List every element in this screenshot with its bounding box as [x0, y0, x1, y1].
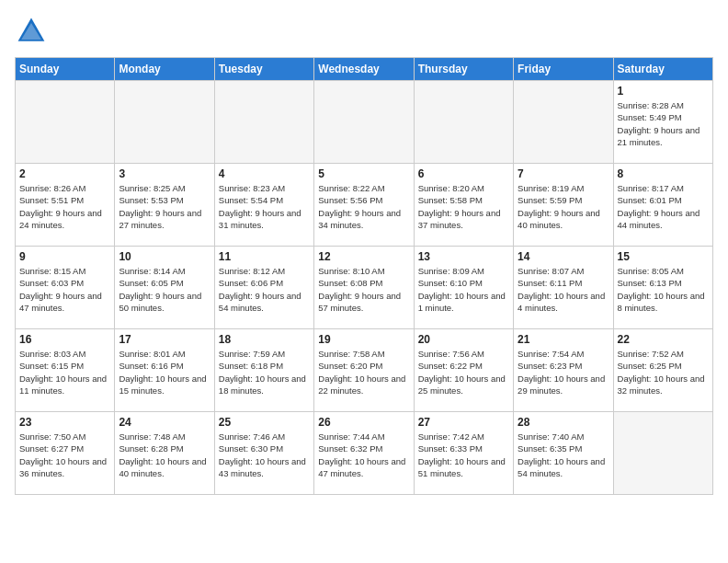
day-number: 25 — [219, 416, 310, 429]
day-info: Sunrise: 8:01 AM Sunset: 6:16 PM Dayligh… — [119, 348, 210, 396]
day-number: 16 — [19, 333, 110, 346]
calendar-cell: 12Sunrise: 8:10 AM Sunset: 6:08 PM Dayli… — [314, 247, 414, 329]
calendar-cell: 15Sunrise: 8:05 AM Sunset: 6:13 PM Dayli… — [613, 247, 712, 329]
day-number: 26 — [318, 416, 409, 429]
calendar-week-4: 23Sunrise: 7:50 AM Sunset: 6:27 PM Dayli… — [16, 412, 713, 495]
day-info: Sunrise: 8:15 AM Sunset: 6:03 PM Dayligh… — [19, 265, 110, 314]
page-header — [15, 15, 713, 48]
day-info: Sunrise: 8:19 AM Sunset: 5:59 PM Dayligh… — [518, 182, 609, 231]
calendar-cell: 27Sunrise: 7:42 AM Sunset: 6:33 PM Dayli… — [414, 412, 513, 495]
day-number: 27 — [418, 416, 509, 429]
day-info: Sunrise: 8:23 AM Sunset: 5:54 PM Dayligh… — [219, 182, 310, 231]
day-info: Sunrise: 7:48 AM Sunset: 6:28 PM Dayligh… — [119, 431, 210, 479]
calendar-cell — [115, 81, 214, 164]
calendar-cell: 10Sunrise: 8:14 AM Sunset: 6:05 PM Dayli… — [115, 247, 214, 329]
calendar-cell: 4Sunrise: 8:23 AM Sunset: 5:54 PM Daylig… — [214, 164, 313, 247]
day-info: Sunrise: 8:10 AM Sunset: 6:08 PM Dayligh… — [318, 265, 409, 314]
day-number: 1 — [618, 85, 709, 98]
day-number: 22 — [618, 333, 709, 346]
day-info: Sunrise: 7:59 AM Sunset: 6:18 PM Dayligh… — [219, 348, 310, 396]
calendar-cell — [613, 412, 712, 495]
day-number: 15 — [618, 250, 709, 263]
day-number: 23 — [19, 416, 110, 429]
weekday-saturday: Saturday — [613, 58, 712, 81]
day-info: Sunrise: 8:26 AM Sunset: 5:51 PM Dayligh… — [19, 182, 110, 231]
day-info: Sunrise: 8:17 AM Sunset: 6:01 PM Dayligh… — [618, 182, 709, 231]
day-number: 21 — [518, 333, 609, 346]
calendar-cell: 28Sunrise: 7:40 AM Sunset: 6:35 PM Dayli… — [514, 412, 613, 495]
calendar-cell: 14Sunrise: 8:07 AM Sunset: 6:11 PM Dayli… — [514, 247, 613, 329]
day-number: 2 — [19, 167, 110, 180]
calendar-cell: 13Sunrise: 8:09 AM Sunset: 6:10 PM Dayli… — [414, 247, 513, 329]
calendar-cell: 11Sunrise: 8:12 AM Sunset: 6:06 PM Dayli… — [214, 247, 313, 329]
weekday-wednesday: Wednesday — [314, 58, 414, 81]
day-number: 20 — [418, 333, 509, 346]
calendar-cell: 23Sunrise: 7:50 AM Sunset: 6:27 PM Dayli… — [16, 412, 115, 495]
calendar-cell — [214, 81, 313, 164]
day-number: 6 — [418, 167, 509, 180]
calendar-cell: 20Sunrise: 7:56 AM Sunset: 6:22 PM Dayli… — [414, 329, 513, 412]
calendar-cell: 17Sunrise: 8:01 AM Sunset: 6:16 PM Dayli… — [115, 329, 214, 412]
calendar-cell — [514, 81, 613, 164]
calendar-cell: 16Sunrise: 8:03 AM Sunset: 6:15 PM Dayli… — [16, 329, 115, 412]
day-info: Sunrise: 7:46 AM Sunset: 6:30 PM Dayligh… — [219, 431, 310, 479]
day-number: 14 — [518, 250, 609, 263]
calendar-cell: 6Sunrise: 8:20 AM Sunset: 5:58 PM Daylig… — [414, 164, 513, 247]
calendar-cell — [414, 81, 513, 164]
day-number: 18 — [219, 333, 310, 346]
weekday-friday: Friday — [514, 58, 613, 81]
calendar-cell: 5Sunrise: 8:22 AM Sunset: 5:56 PM Daylig… — [314, 164, 414, 247]
calendar-cell: 2Sunrise: 8:26 AM Sunset: 5:51 PM Daylig… — [16, 164, 115, 247]
calendar-cell: 9Sunrise: 8:15 AM Sunset: 6:03 PM Daylig… — [16, 247, 115, 329]
logo — [15, 15, 51, 48]
calendar-cell: 7Sunrise: 8:19 AM Sunset: 5:59 PM Daylig… — [514, 164, 613, 247]
calendar-week-2: 9Sunrise: 8:15 AM Sunset: 6:03 PM Daylig… — [16, 247, 713, 329]
weekday-sunday: Sunday — [16, 58, 115, 81]
calendar-cell: 22Sunrise: 7:52 AM Sunset: 6:25 PM Dayli… — [613, 329, 712, 412]
calendar-cell — [16, 81, 115, 164]
day-number: 4 — [219, 167, 310, 180]
day-info: Sunrise: 8:22 AM Sunset: 5:56 PM Dayligh… — [318, 182, 409, 231]
weekday-tuesday: Tuesday — [214, 58, 313, 81]
day-number: 12 — [318, 250, 409, 263]
day-info: Sunrise: 8:14 AM Sunset: 6:05 PM Dayligh… — [119, 265, 210, 314]
day-info: Sunrise: 7:56 AM Sunset: 6:22 PM Dayligh… — [418, 348, 509, 396]
day-number: 7 — [518, 167, 609, 180]
calendar-cell: 25Sunrise: 7:46 AM Sunset: 6:30 PM Dayli… — [214, 412, 313, 495]
day-info: Sunrise: 7:42 AM Sunset: 6:33 PM Dayligh… — [418, 431, 509, 479]
day-info: Sunrise: 8:25 AM Sunset: 5:53 PM Dayligh… — [119, 182, 210, 231]
day-number: 11 — [219, 250, 310, 263]
logo-icon — [15, 15, 48, 48]
day-number: 5 — [318, 167, 409, 180]
weekday-monday: Monday — [115, 58, 214, 81]
day-number: 24 — [119, 416, 210, 429]
day-number: 9 — [19, 250, 110, 263]
calendar-cell: 26Sunrise: 7:44 AM Sunset: 6:32 PM Dayli… — [314, 412, 414, 495]
calendar-body: 1Sunrise: 8:28 AM Sunset: 5:49 PM Daylig… — [16, 81, 713, 495]
day-info: Sunrise: 8:07 AM Sunset: 6:11 PM Dayligh… — [518, 265, 609, 314]
calendar-week-1: 2Sunrise: 8:26 AM Sunset: 5:51 PM Daylig… — [16, 164, 713, 247]
day-number: 13 — [418, 250, 509, 263]
day-info: Sunrise: 7:40 AM Sunset: 6:35 PM Dayligh… — [518, 431, 609, 479]
calendar-header: SundayMondayTuesdayWednesdayThursdayFrid… — [16, 58, 713, 81]
day-info: Sunrise: 8:20 AM Sunset: 5:58 PM Dayligh… — [418, 182, 509, 231]
day-number: 19 — [318, 333, 409, 346]
calendar-cell: 8Sunrise: 8:17 AM Sunset: 6:01 PM Daylig… — [613, 164, 712, 247]
calendar-cell: 24Sunrise: 7:48 AM Sunset: 6:28 PM Dayli… — [115, 412, 214, 495]
calendar-cell — [314, 81, 414, 164]
calendar-cell: 1Sunrise: 8:28 AM Sunset: 5:49 PM Daylig… — [613, 81, 712, 164]
day-info: Sunrise: 7:58 AM Sunset: 6:20 PM Dayligh… — [318, 348, 409, 396]
day-number: 3 — [119, 167, 210, 180]
calendar-week-0: 1Sunrise: 8:28 AM Sunset: 5:49 PM Daylig… — [16, 81, 713, 164]
weekday-thursday: Thursday — [414, 58, 513, 81]
day-info: Sunrise: 8:03 AM Sunset: 6:15 PM Dayligh… — [19, 348, 110, 396]
day-info: Sunrise: 8:09 AM Sunset: 6:10 PM Dayligh… — [418, 265, 509, 314]
calendar-cell: 18Sunrise: 7:59 AM Sunset: 6:18 PM Dayli… — [214, 329, 313, 412]
calendar-week-3: 16Sunrise: 8:03 AM Sunset: 6:15 PM Dayli… — [16, 329, 713, 412]
day-number: 8 — [618, 167, 709, 180]
weekday-header-row: SundayMondayTuesdayWednesdayThursdayFrid… — [16, 58, 713, 81]
day-info: Sunrise: 8:12 AM Sunset: 6:06 PM Dayligh… — [219, 265, 310, 314]
day-number: 17 — [119, 333, 210, 346]
calendar-cell: 19Sunrise: 7:58 AM Sunset: 6:20 PM Dayli… — [314, 329, 414, 412]
day-info: Sunrise: 8:28 AM Sunset: 5:49 PM Dayligh… — [618, 99, 709, 148]
